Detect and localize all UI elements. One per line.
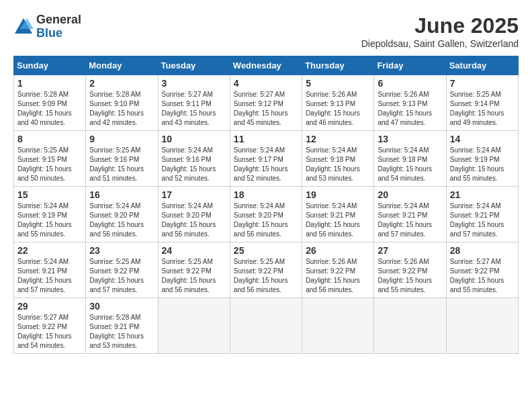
calendar-cell: 22 Sunrise: 5:24 AM Sunset: 9:21 PM Dayl… xyxy=(14,242,86,298)
calendar-cell: 20 Sunrise: 5:24 AM Sunset: 9:21 PM Dayl… xyxy=(374,187,446,242)
calendar-cell xyxy=(158,298,230,354)
day-detail: Sunrise: 5:24 AM Sunset: 9:21 PM Dayligh… xyxy=(306,201,370,239)
day-number: 14 xyxy=(450,134,515,144)
calendar-cell: 23 Sunrise: 5:25 AM Sunset: 9:22 PM Dayl… xyxy=(86,242,158,298)
calendar-cell xyxy=(230,298,302,354)
day-number: 12 xyxy=(306,134,370,144)
calendar-cell: 27 Sunrise: 5:26 AM Sunset: 9:22 PM Dayl… xyxy=(374,242,446,298)
day-number: 3 xyxy=(162,78,226,89)
day-number: 6 xyxy=(378,78,442,89)
calendar-cell: 7 Sunrise: 5:25 AM Sunset: 9:14 PM Dayli… xyxy=(446,75,518,131)
day-detail: Sunrise: 5:28 AM Sunset: 9:09 PM Dayligh… xyxy=(17,90,82,128)
day-detail: Sunrise: 5:24 AM Sunset: 9:18 PM Dayligh… xyxy=(378,146,442,183)
day-number: 5 xyxy=(306,78,370,89)
header-cell-thursday: Thursday xyxy=(302,56,374,75)
calendar-cell: 10 Sunrise: 5:24 AM Sunset: 9:16 PM Dayl… xyxy=(158,131,230,187)
day-detail: Sunrise: 5:25 AM Sunset: 9:22 PM Dayligh… xyxy=(162,257,226,295)
calendar: SundayMondayTuesdayWednesdayThursdayFrid… xyxy=(13,56,519,354)
location-title: Diepoldsau, Saint Gallen, Switzerland xyxy=(361,38,519,49)
day-number: 26 xyxy=(306,245,370,256)
calendar-cell: 17 Sunrise: 5:24 AM Sunset: 9:20 PM Dayl… xyxy=(158,187,230,242)
header-cell-wednesday: Wednesday xyxy=(230,56,302,75)
day-detail: Sunrise: 5:24 AM Sunset: 9:17 PM Dayligh… xyxy=(234,146,298,183)
day-detail: Sunrise: 5:25 AM Sunset: 9:16 PM Dayligh… xyxy=(89,146,154,183)
day-number: 28 xyxy=(450,245,515,256)
calendar-cell: 12 Sunrise: 5:24 AM Sunset: 9:18 PM Dayl… xyxy=(302,131,374,187)
day-number: 24 xyxy=(162,245,226,256)
day-number: 25 xyxy=(234,245,298,256)
calendar-week-1: 1 Sunrise: 5:28 AM Sunset: 9:09 PM Dayli… xyxy=(14,75,519,131)
logo-blue-text: Blue xyxy=(36,27,81,40)
calendar-week-5: 29 Sunrise: 5:27 AM Sunset: 9:22 PM Dayl… xyxy=(14,298,519,354)
day-detail: Sunrise: 5:25 AM Sunset: 9:15 PM Dayligh… xyxy=(17,146,82,183)
day-detail: Sunrise: 5:26 AM Sunset: 9:22 PM Dayligh… xyxy=(378,257,442,295)
day-number: 27 xyxy=(378,245,442,256)
calendar-cell xyxy=(374,298,446,354)
calendar-cell: 28 Sunrise: 5:27 AM Sunset: 9:22 PM Dayl… xyxy=(446,242,518,298)
day-detail: Sunrise: 5:27 AM Sunset: 9:12 PM Dayligh… xyxy=(234,90,298,128)
logo-text: General Blue xyxy=(36,13,81,40)
day-detail: Sunrise: 5:28 AM Sunset: 9:21 PM Dayligh… xyxy=(89,313,154,351)
calendar-cell: 4 Sunrise: 5:27 AM Sunset: 9:12 PM Dayli… xyxy=(230,75,302,131)
day-detail: Sunrise: 5:27 AM Sunset: 9:11 PM Dayligh… xyxy=(162,90,226,128)
day-detail: Sunrise: 5:26 AM Sunset: 9:22 PM Dayligh… xyxy=(306,257,370,295)
logo-general-text: General xyxy=(36,13,81,27)
day-detail: Sunrise: 5:24 AM Sunset: 9:21 PM Dayligh… xyxy=(450,201,515,239)
calendar-cell xyxy=(446,298,518,354)
day-number: 16 xyxy=(89,189,154,200)
day-number: 20 xyxy=(378,189,442,200)
day-detail: Sunrise: 5:25 AM Sunset: 9:22 PM Dayligh… xyxy=(234,257,298,295)
calendar-cell: 26 Sunrise: 5:26 AM Sunset: 9:22 PM Dayl… xyxy=(302,242,374,298)
day-number: 1 xyxy=(17,78,82,89)
day-detail: Sunrise: 5:25 AM Sunset: 9:22 PM Dayligh… xyxy=(89,257,154,295)
day-number: 19 xyxy=(306,189,370,200)
day-number: 23 xyxy=(89,245,154,256)
day-number: 21 xyxy=(450,189,515,200)
day-number: 4 xyxy=(234,78,298,89)
calendar-cell: 15 Sunrise: 5:24 AM Sunset: 9:19 PM Dayl… xyxy=(14,187,86,242)
calendar-cell: 19 Sunrise: 5:24 AM Sunset: 9:21 PM Dayl… xyxy=(302,187,374,242)
header-cell-monday: Monday xyxy=(86,56,158,75)
day-detail: Sunrise: 5:24 AM Sunset: 9:19 PM Dayligh… xyxy=(17,201,82,239)
calendar-cell: 2 Sunrise: 5:28 AM Sunset: 9:10 PM Dayli… xyxy=(86,75,158,131)
calendar-cell xyxy=(302,298,374,354)
day-detail: Sunrise: 5:24 AM Sunset: 9:21 PM Dayligh… xyxy=(378,201,442,239)
calendar-cell: 21 Sunrise: 5:24 AM Sunset: 9:21 PM Dayl… xyxy=(446,187,518,242)
calendar-cell: 18 Sunrise: 5:24 AM Sunset: 9:20 PM Dayl… xyxy=(230,187,302,242)
day-number: 2 xyxy=(89,78,154,89)
day-detail: Sunrise: 5:24 AM Sunset: 9:19 PM Dayligh… xyxy=(450,146,515,183)
logo: General Blue xyxy=(13,13,81,40)
day-number: 29 xyxy=(17,301,82,312)
calendar-cell: 16 Sunrise: 5:24 AM Sunset: 9:20 PM Dayl… xyxy=(86,187,158,242)
day-number: 15 xyxy=(17,189,82,200)
title-section: June 2025 Diepoldsau, Saint Gallen, Swit… xyxy=(361,13,519,49)
logo-icon xyxy=(13,17,34,37)
day-detail: Sunrise: 5:24 AM Sunset: 9:21 PM Dayligh… xyxy=(17,257,82,295)
day-number: 7 xyxy=(450,78,515,89)
day-detail: Sunrise: 5:24 AM Sunset: 9:20 PM Dayligh… xyxy=(89,201,154,239)
day-number: 11 xyxy=(234,134,298,144)
day-number: 17 xyxy=(162,189,226,200)
day-number: 18 xyxy=(234,189,298,200)
calendar-cell: 3 Sunrise: 5:27 AM Sunset: 9:11 PM Dayli… xyxy=(158,75,230,131)
calendar-cell: 8 Sunrise: 5:25 AM Sunset: 9:15 PM Dayli… xyxy=(14,131,86,187)
day-number: 10 xyxy=(162,134,226,144)
day-detail: Sunrise: 5:28 AM Sunset: 9:10 PM Dayligh… xyxy=(89,90,154,128)
calendar-cell: 5 Sunrise: 5:26 AM Sunset: 9:13 PM Dayli… xyxy=(302,75,374,131)
day-detail: Sunrise: 5:24 AM Sunset: 9:20 PM Dayligh… xyxy=(162,201,226,239)
day-detail: Sunrise: 5:24 AM Sunset: 9:16 PM Dayligh… xyxy=(162,146,226,183)
calendar-cell: 14 Sunrise: 5:24 AM Sunset: 9:19 PM Dayl… xyxy=(446,131,518,187)
day-detail: Sunrise: 5:24 AM Sunset: 9:20 PM Dayligh… xyxy=(234,201,298,239)
calendar-cell: 24 Sunrise: 5:25 AM Sunset: 9:22 PM Dayl… xyxy=(158,242,230,298)
calendar-week-4: 22 Sunrise: 5:24 AM Sunset: 9:21 PM Dayl… xyxy=(14,242,519,298)
calendar-week-2: 8 Sunrise: 5:25 AM Sunset: 9:15 PM Dayli… xyxy=(14,131,519,187)
calendar-cell: 13 Sunrise: 5:24 AM Sunset: 9:18 PM Dayl… xyxy=(374,131,446,187)
calendar-week-3: 15 Sunrise: 5:24 AM Sunset: 9:19 PM Dayl… xyxy=(14,187,519,242)
day-detail: Sunrise: 5:25 AM Sunset: 9:14 PM Dayligh… xyxy=(450,90,515,128)
day-detail: Sunrise: 5:27 AM Sunset: 9:22 PM Dayligh… xyxy=(450,257,515,295)
day-number: 13 xyxy=(378,134,442,144)
header-cell-saturday: Saturday xyxy=(446,56,518,75)
header-cell-friday: Friday xyxy=(374,56,446,75)
day-number: 30 xyxy=(89,301,154,312)
day-detail: Sunrise: 5:26 AM Sunset: 9:13 PM Dayligh… xyxy=(378,90,442,128)
